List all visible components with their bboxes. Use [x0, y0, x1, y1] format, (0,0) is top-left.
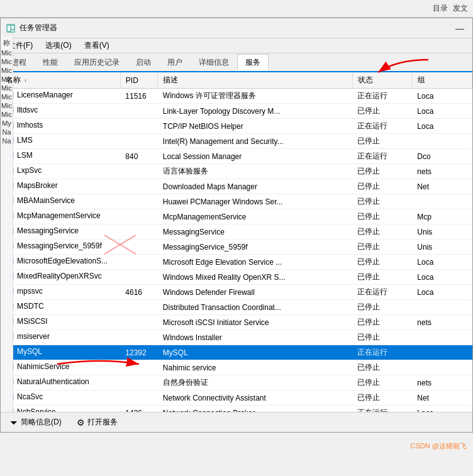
service-pid	[120, 390, 157, 406]
task-manager-window: 任务管理器 — 文件(F) 选项(O) 查看(V) 进程 性能 应用历史记录 启…	[0, 18, 473, 433]
service-name: LicenseManager	[17, 91, 73, 99]
service-name: mpssvc	[17, 287, 43, 296]
service-desc: Microsoft Edge Elevation Service ...	[158, 255, 352, 270]
sort-arrow-name: ↑	[24, 78, 26, 84]
service-pid	[120, 104, 157, 119]
service-group: nets	[412, 375, 472, 390]
service-pid	[120, 360, 157, 375]
service-name: NahimicService	[17, 362, 69, 371]
service-icon-19: NaturalAuthentication	[6, 377, 89, 386]
top-link-directory[interactable]: 目录	[433, 3, 448, 14]
left-side-column: 称 Mic Mic Mic Mic Mic Mic Mic Mic My Na …	[1, 36, 13, 412]
service-icon-10: MessagingService_5959f	[6, 241, 102, 250]
top-bar: 目录 发文	[0, 0, 473, 18]
service-pid	[120, 134, 157, 149]
service-desc: Huawei PCManager Windows Ser...	[158, 194, 352, 209]
col-header-name[interactable]: 名称 ↑	[1, 72, 120, 89]
table-body: LicenseManager 11516Windows 许可证管理器服务正在运行…	[1, 89, 472, 412]
menu-bar: 文件(F) 选项(O) 查看(V)	[1, 38, 472, 53]
service-name: lltdsvc	[17, 106, 38, 114]
service-pid: 840	[120, 149, 157, 164]
table-row[interactable]: msiserver Windows Installer已停止	[1, 330, 472, 345]
service-group: nets	[412, 164, 472, 179]
service-status: 已停止	[352, 164, 412, 179]
service-group: Loca	[412, 89, 472, 104]
service-group: Mcp	[412, 209, 472, 224]
table-row[interactable]: LxpSvc 语言体验服务已停止nets	[1, 164, 472, 179]
minimize-button[interactable]: —	[452, 22, 467, 35]
top-link-publish[interactable]: 发文	[453, 3, 468, 14]
service-group: nets	[412, 315, 472, 330]
tab-app-history[interactable]: 应用历史记录	[66, 54, 128, 70]
service-group: Loca	[412, 406, 472, 412]
service-status: 已停止	[352, 224, 412, 240]
service-name: MySQL	[17, 347, 42, 356]
service-desc: Windows 许可证管理器服务	[158, 89, 352, 104]
tab-startup[interactable]: 启动	[128, 54, 159, 70]
menu-view[interactable]: 查看(V)	[82, 39, 112, 52]
service-desc: MessagingService_5959f	[158, 240, 352, 255]
open-service-icon: ⚙	[77, 418, 85, 428]
service-desc: Intel(R) Management and Security...	[158, 134, 352, 149]
window-icon	[6, 23, 16, 33]
table-row[interactable]: MapsBroker Downloaded Maps Manager已停止Net	[1, 179, 472, 194]
service-desc: Link-Layer Topology Discovery M...	[158, 104, 352, 119]
col-header-desc[interactable]: 描述	[158, 72, 352, 89]
service-status: 已停止	[352, 209, 412, 224]
table-row[interactable]: NahimicService Nahimic service已停止	[1, 360, 472, 375]
tab-users[interactable]: 用户	[159, 54, 191, 70]
table-row[interactable]: lltdsvc Link-Layer Topology Discovery M.…	[1, 104, 472, 119]
service-desc: Nahimic service	[158, 360, 352, 375]
tab-performance[interactable]: 性能	[35, 54, 66, 70]
service-desc: Windows Installer	[158, 330, 352, 345]
table-row[interactable]: NcbService 1436Network Connection Broker…	[1, 406, 472, 412]
left-col-header: 称	[3, 38, 10, 48]
tab-services[interactable]: 服务	[237, 54, 269, 70]
tab-details[interactable]: 详细信息	[191, 54, 237, 70]
table-row[interactable]: MessagingService MessagingService已停止Unis	[1, 224, 472, 240]
table-row[interactable]: McpManagementService McpManagementServic…	[1, 209, 472, 224]
table-row[interactable]: NcaSvc Network Connectivity Assistant已停止…	[1, 390, 472, 406]
service-pid	[120, 240, 157, 255]
table-row[interactable]: MessagingService_5959f MessagingService_…	[1, 240, 472, 255]
service-pid	[120, 330, 157, 345]
service-pid	[120, 375, 157, 390]
table-row[interactable]: LSM 840Local Session Manager正在运行Dco	[1, 149, 472, 164]
col-header-group[interactable]: 组	[412, 72, 472, 89]
service-status: 正在运行	[352, 89, 412, 104]
table-row[interactable]: MBAMainService Huawei PCManager Windows …	[1, 194, 472, 209]
menu-options[interactable]: 选项(O)	[43, 39, 74, 52]
service-desc: Network Connection Broker	[158, 406, 352, 412]
col-header-status[interactable]: 状态	[352, 72, 412, 89]
table-row[interactable]: MSiSCSI Microsoft iSCSI Initiator Servic…	[1, 315, 472, 330]
table-row[interactable]: mpssvc 4616Windows Defender Firewall正在运行…	[1, 285, 472, 300]
table-row[interactable]: MicrosoftEdgeElevationS... Microsoft Edg…	[1, 255, 472, 270]
service-pid	[120, 164, 157, 179]
service-status: 已停止	[352, 134, 412, 149]
service-group	[412, 194, 472, 209]
service-icon-7: MBAMainService	[6, 196, 75, 205]
table-row[interactable]: MySQL 12392MySQL正在运行	[1, 345, 472, 360]
service-pid	[120, 119, 157, 134]
open-service-button[interactable]: ⚙ 打开服务	[73, 416, 121, 429]
service-name: LxpSvc	[17, 166, 42, 175]
service-pid: 12392	[120, 345, 157, 360]
service-name: LSM	[17, 151, 33, 160]
service-name: NcaSvc	[17, 392, 43, 401]
tab-bar: 进程 性能 应用历史记录 启动 用户 详细信息 服务	[1, 53, 472, 72]
table-row[interactable]: NaturalAuthentication 自然身份验证已停止nets	[1, 375, 472, 390]
svg-rect-2	[11, 26, 14, 29]
service-desc: McpManagementService	[158, 209, 352, 224]
table-row[interactable]: lmhosts TCP/IP NetBIOS Helper正在运行Loca	[1, 119, 472, 134]
service-group	[412, 300, 472, 315]
table-row[interactable]: LicenseManager 11516Windows 许可证管理器服务正在运行…	[1, 89, 472, 104]
table-row[interactable]: MSDTC Distributed Transaction Coordinat.…	[1, 300, 472, 315]
watermark: CSDN @这猪能飞	[411, 441, 467, 451]
service-group: Loca	[412, 104, 472, 119]
col-header-pid[interactable]: PID	[120, 72, 157, 89]
table-row[interactable]: MixedRealityOpenXRSvc Windows Mixed Real…	[1, 270, 472, 285]
service-name: MessagingService	[17, 226, 79, 235]
table-row[interactable]: LMS Intel(R) Management and Security...已…	[1, 134, 472, 149]
service-group: Net	[412, 179, 472, 194]
brief-info-button[interactable]: ⏷ 简略信息(D)	[6, 416, 65, 429]
